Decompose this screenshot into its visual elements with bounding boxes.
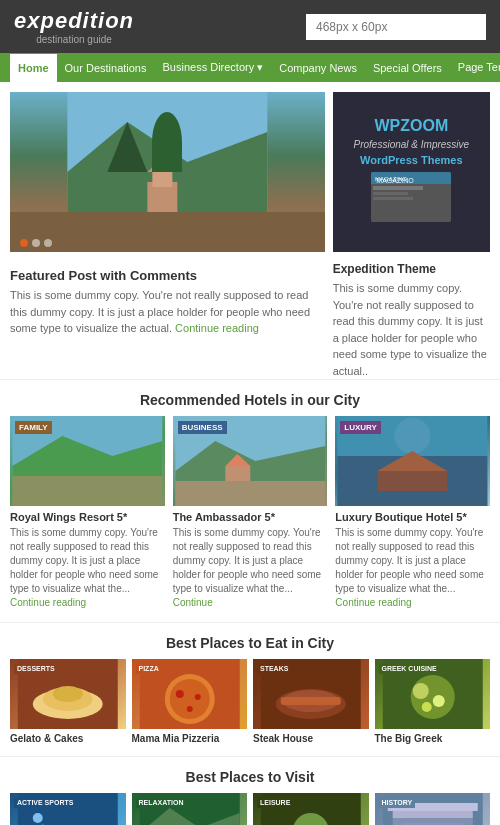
svg-point-43 [432,695,444,707]
dining-badge-4: GREEK CUISINE [379,663,440,674]
expedition-theme-title: Expedition Theme [333,262,490,276]
visit-card-1: ACTIVE SPORTS Surfing Beach [10,793,126,825]
dot-1[interactable] [20,239,28,247]
hotel-card-2: BUSINESS The Ambassador 5* This is some … [173,416,328,610]
hero-image [10,92,325,252]
visit-badge-1: ACTIVE SPORTS [14,797,76,808]
hotel-text-2: This is some dummy copy. You're not real… [173,526,328,610]
hotel-continue-2[interactable]: Continue [173,597,213,608]
dining-section-header: Best Places to Eat in City [0,622,500,659]
dining-grid: DESSERTS Gelato & Cakes PIZZA Mama Mia P… [0,659,500,756]
visit-badge-4: HISTORY [379,797,416,808]
svg-rect-8 [371,172,451,184]
svg-point-44 [421,702,431,712]
hero-bottom: Featured Post with Comments This is some… [0,262,500,379]
svg-rect-15 [12,476,162,506]
main-content: WPZOOM Professional & Impressive WordPre… [0,82,500,825]
svg-point-34 [194,694,200,700]
wpzoom-tagline: Professional & Impressive [354,139,470,150]
search-input[interactable] [306,14,486,40]
dining-image-4: GREEK CUISINE [375,659,491,729]
dining-name-2: Mama Mia Pizzeria [132,733,248,744]
hotels-grid: FAMILY Royal Wings Resort 5* This is som… [0,416,500,622]
nav-business[interactable]: Business Directory ▾ [155,53,272,82]
wpzoom-zoom: ZOOM [400,117,448,134]
dot-3[interactable] [44,239,52,247]
hotel-badge-2: BUSINESS [178,421,227,434]
visit-section-header: Best Places to Visit [0,756,500,793]
visit-image-2: RELAXATION [132,793,248,825]
svg-rect-39 [281,697,341,705]
visit-badge-2: RELAXATION [136,797,187,808]
visit-grid: ACTIVE SPORTS Surfing Beach RELAXATION T… [0,793,500,825]
featured-post: Featured Post with Comments This is some… [10,262,325,379]
dining-card-4: GREEK CUISINE The Big Greek [375,659,491,744]
visit-image-3: LEISURE [253,793,369,825]
svg-point-35 [186,706,192,712]
svg-text:MAGAZINO: MAGAZINO [375,176,407,182]
logo-subtitle: destination guide [14,34,134,45]
dining-name-4: The Big Greek [375,733,491,744]
hotel-card-3: LUXURY Luxury Boutique Hotel 5* This is … [335,416,490,610]
hero-section: WPZOOM Professional & Impressive WordPre… [0,82,500,262]
dining-badge-1: DESSERTS [14,663,58,674]
hotel-image-1: FAMILY [10,416,165,506]
svg-rect-11 [373,192,408,195]
hero-slider[interactable] [10,92,325,252]
svg-rect-20 [175,481,325,506]
hotel-badge-3: LUXURY [340,421,381,434]
slider-dots [20,239,52,247]
hotel-name-3: Luxury Boutique Hotel 5* [335,511,490,523]
visit-image-1: ACTIVE SPORTS [10,793,126,825]
wpzoom-wp: WP [374,117,400,134]
visit-image-4: HISTORY [375,793,491,825]
logo: expedition destination guide [14,8,134,45]
hotel-continue-1[interactable]: Continue reading [10,597,86,608]
expedition-theme-text: This is some dummy copy. You're not real… [333,280,490,379]
visit-card-4: HISTORY Buckingham Palace [375,793,491,825]
nav-templates[interactable]: Page Templates ▾ [450,53,500,82]
dining-name-3: Steak House [253,733,369,744]
dining-image-1: DESSERTS [10,659,126,729]
dining-image-2: PIZZA [132,659,248,729]
wpzoom-logo: WPZOOM [374,117,448,135]
wpzoom-themes-label: WordPress Themes [360,154,463,166]
hotel-continue-3[interactable]: Continue reading [335,597,411,608]
svg-rect-10 [373,186,423,190]
svg-rect-24 [378,471,448,491]
wpzoom-ad: WPZOOM Professional & Impressive WordPre… [333,92,490,252]
svg-point-48 [33,813,43,823]
hero-landscape [10,92,325,252]
svg-rect-3 [147,182,177,222]
logo-title[interactable]: expedition [14,8,134,34]
dining-card-3: STEAKS Steak House [253,659,369,744]
nav-destinations[interactable]: Our Destinations [57,54,155,82]
featured-text: This is some dummy copy. You're not real… [10,287,325,337]
featured-continue-link[interactable]: Continue reading [175,322,259,334]
screen-mock: MAGAZINO [371,172,451,222]
dining-card-1: DESSERTS Gelato & Cakes [10,659,126,744]
wpzoom-screen: MAGAZINO [371,172,451,222]
hotel-name-1: Royal Wings Resort 5* [10,511,165,523]
hotel-card-1: FAMILY Royal Wings Resort 5* This is som… [10,416,165,610]
nav-company[interactable]: Company News [271,54,365,82]
svg-rect-4 [152,172,172,187]
dining-badge-2: PIZZA [136,663,162,674]
svg-point-42 [412,683,428,699]
wpzoom-box: WPZOOM Professional & Impressive WordPre… [333,92,490,252]
svg-point-33 [175,690,183,698]
hotels-section-header: Recommended Hotels in our City [0,379,500,416]
svg-rect-12 [373,197,413,200]
hotel-image-2: BUSINESS [173,416,328,506]
featured-title: Featured Post with Comments [10,268,325,283]
main-nav: Home Our Destinations Business Directory… [0,53,500,82]
visit-card-2: RELAXATION The Great Lakes [132,793,248,825]
nav-offers[interactable]: Special Offers [365,54,450,82]
dot-2[interactable] [32,239,40,247]
hotel-badge-1: FAMILY [15,421,52,434]
hotel-image-3: LUXURY [335,416,490,506]
expedition-theme-info: Expedition Theme This is some dummy copy… [333,262,490,379]
nav-home[interactable]: Home [10,54,57,82]
hotel-text-3: This is some dummy copy. You're not real… [335,526,490,610]
dining-name-1: Gelato & Cakes [10,733,126,744]
